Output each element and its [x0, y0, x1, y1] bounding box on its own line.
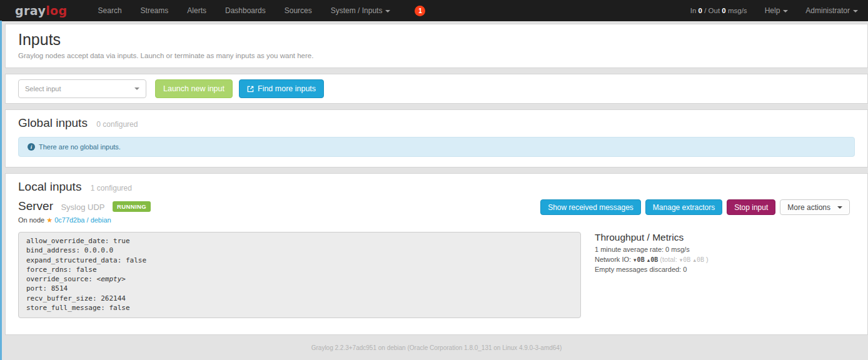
page-header-panel: Inputs Graylog nodes accept data via inp… — [5, 24, 868, 68]
node-link[interactable]: 0c77d2ba / debian — [54, 216, 111, 224]
config-line: override_source: <empty> — [26, 274, 573, 284]
input-identity: Server Syslog UDP RUNNING On node 0c77d2… — [18, 199, 151, 224]
nav-menu: SearchStreamsAlertsDashboardsSourcesSyst… — [89, 6, 400, 15]
caret-down-icon: ▾ — [680, 257, 683, 263]
launch-input-panel: Select input Launch new input Find more … — [5, 74, 868, 104]
manage-extractors-label: Manage extractors — [653, 203, 715, 212]
window-edge-strip — [0, 21, 2, 360]
content-container: Inputs Graylog nodes accept data via inp… — [5, 24, 868, 351]
nav-item-dashboards[interactable]: Dashboards — [216, 6, 275, 15]
show-received-messages-button[interactable]: Show received messages — [540, 199, 641, 215]
network-io-total-close: ) — [706, 256, 709, 263]
page-description: Graylog nodes accept data via inputs. La… — [18, 52, 855, 59]
nav-user-menu[interactable]: Administrator — [805, 6, 858, 15]
launch-new-input-button[interactable]: Launch new input — [155, 79, 233, 98]
caret-up-icon: ▴ — [647, 257, 650, 263]
footer-version-text: Graylog 2.2.3+7adc951 on debian (Oracle … — [5, 344, 868, 351]
metric-network-io: Network IO:▾0B▴0B (total:▾0B▴0B ) — [595, 255, 709, 265]
more-actions-label: More actions — [787, 203, 830, 212]
logo-text-gray: gray — [15, 4, 46, 18]
logo-text-log: log — [46, 4, 67, 18]
launch-new-input-label: Launch new input — [163, 84, 225, 93]
throughput-out-label: / Out — [704, 7, 720, 14]
config-line: force_rdns: false — [26, 265, 573, 274]
config-line: bind_address: 0.0.0.0 — [26, 246, 573, 255]
input-name: Server — [18, 199, 53, 212]
notification-badge[interactable]: 1 — [415, 6, 425, 16]
show-received-messages-label: Show received messages — [548, 203, 633, 212]
stop-input-button[interactable]: Stop input — [727, 199, 775, 215]
config-line: expand_structured_data: false — [26, 256, 573, 265]
throughput-metrics: Throughput / Metrics 1 minute average ra… — [595, 232, 709, 275]
caret-down-icon — [385, 10, 390, 12]
network-io-total-down: 0B — [683, 256, 690, 263]
network-io-up-value: 0B — [650, 256, 658, 263]
local-inputs-title: Local inputs — [18, 180, 81, 193]
caret-down-icon — [134, 88, 139, 90]
network-io-total-up: 0B — [697, 256, 704, 263]
global-inputs-panel: Global inputs 0 configured There are no … — [5, 109, 868, 168]
caret-down-icon — [837, 206, 842, 209]
throughput-unit: msg/s — [728, 7, 747, 14]
throughput-out-value: 0 — [722, 7, 725, 14]
nav-user-label: Administrator — [805, 6, 850, 15]
throughput-in-label: In — [690, 7, 697, 14]
metric-average-rate: 1 minute average rate: 0 msg/s — [595, 245, 709, 255]
config-line: recv_buffer_size: 262144 — [26, 294, 573, 303]
network-io-label: Network IO: — [595, 256, 631, 263]
network-io-total: (total:▾0B▴0B ) — [660, 256, 708, 263]
nav-item-sources[interactable]: Sources — [275, 6, 321, 15]
nav-help-label: Help — [765, 6, 780, 15]
graylog-logo[interactable]: graylog — [15, 4, 68, 18]
caret-down-icon — [853, 10, 858, 12]
input-configuration-block: allow_override_date: truebind_address: 0… — [18, 232, 581, 318]
status-badge: RUNNING — [113, 201, 151, 212]
config-line: port: 8514 — [26, 284, 573, 293]
page-title: Inputs — [18, 31, 855, 49]
no-global-inputs-alert: There are no global inputs. — [18, 137, 855, 157]
node-prefix: On node — [18, 216, 44, 224]
global-inputs-title: Global inputs — [18, 116, 88, 129]
throughput-in-value: 0 — [699, 7, 702, 14]
network-io-down-value: 0B — [637, 256, 645, 263]
more-actions-button[interactable]: More actions — [780, 199, 850, 215]
global-throughput: In 0 / Out 0 msg/s — [690, 7, 747, 14]
caret-up-icon: ▴ — [693, 257, 696, 263]
network-io-total-label: (total: — [660, 256, 677, 263]
metrics-title: Throughput / Metrics — [595, 232, 709, 243]
navbar-right: In 0 / Out 0 msg/s Help Administrator — [690, 6, 858, 15]
caret-down-icon: ▾ — [633, 257, 637, 263]
input-actions: Show received messages Manage extractors… — [540, 199, 855, 215]
nav-help[interactable]: Help — [765, 6, 789, 15]
manage-extractors-button[interactable]: Manage extractors — [645, 199, 722, 215]
external-link-icon — [247, 86, 254, 92]
local-inputs-panel: Local inputs 1 configured Server Syslog … — [5, 173, 868, 335]
global-inputs-count: 0 configured — [96, 120, 138, 129]
node-line: On node 0c77d2ba / debian — [18, 216, 151, 224]
caret-down-icon — [783, 10, 788, 12]
input-type: Syslog UDP — [61, 202, 104, 212]
config-line: allow_override_date: true — [26, 236, 573, 246]
nav-item-search[interactable]: Search — [89, 6, 131, 15]
nav-item-system-inputs[interactable]: System / Inputs — [321, 6, 400, 15]
find-more-inputs-label: Find more inputs — [258, 84, 316, 93]
info-icon — [28, 143, 35, 151]
find-more-inputs-button[interactable]: Find more inputs — [239, 79, 324, 98]
metric-empty-discarded: Empty messages discarded: 0 — [595, 265, 709, 275]
nav-item-alerts[interactable]: Alerts — [178, 6, 216, 15]
top-navbar: graylog SearchStreamsAlertsDashboardsSou… — [0, 0, 868, 21]
stop-input-label: Stop input — [734, 203, 768, 212]
config-line: store_full_message: false — [26, 303, 573, 312]
input-header-row: Server Syslog UDP RUNNING On node 0c77d2… — [18, 199, 855, 224]
local-inputs-count: 1 configured — [91, 184, 132, 192]
input-type-select-placeholder: Select input — [25, 85, 61, 92]
input-body: allow_override_date: truebind_address: 0… — [18, 232, 855, 318]
nav-item-streams[interactable]: Streams — [131, 6, 178, 15]
star-icon — [46, 216, 54, 224]
input-type-select[interactable]: Select input — [18, 79, 146, 98]
no-global-inputs-text: There are no global inputs. — [39, 143, 121, 151]
